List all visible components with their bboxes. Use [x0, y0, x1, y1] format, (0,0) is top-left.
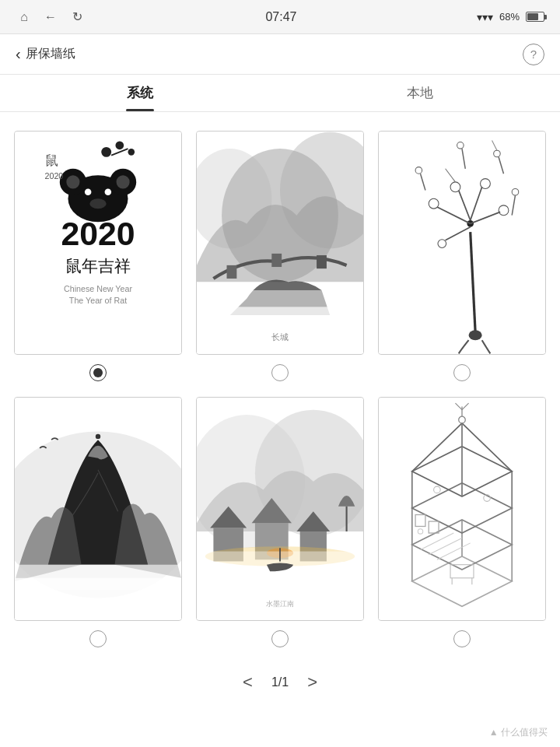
page-indicator: 1/1 — [271, 675, 289, 689]
status-right-icons: ▾▾▾ 68% — [477, 11, 544, 23]
svg-rect-23 — [227, 265, 237, 279]
svg-point-11 — [105, 188, 112, 195]
prev-page-button[interactable]: < — [243, 672, 253, 693]
svg-text:2020: 2020 — [61, 215, 135, 252]
back-chevron-icon: ‹ — [16, 45, 21, 63]
wallpaper-item-2[interactable]: 长城 — [196, 131, 364, 381]
help-button[interactable]: ? — [523, 44, 544, 65]
battery-icon — [526, 12, 544, 22]
svg-rect-27 — [197, 307, 363, 353]
watermark: ▲ 什么值得买 — [489, 726, 548, 739]
wallpaper-card-4[interactable] — [14, 397, 182, 621]
wallpaper-item-3[interactable] — [378, 131, 546, 381]
radio-btn-5[interactable] — [271, 630, 289, 647]
wallpaper-item-4[interactable] — [14, 397, 182, 647]
tab-local[interactable]: 本地 — [280, 75, 560, 111]
radio-btn-3[interactable] — [453, 364, 471, 381]
next-page-button[interactable]: > — [307, 672, 317, 693]
status-left-icons: ⌂ ← ↻ — [16, 9, 86, 26]
svg-text:水墨江南: 水墨江南 — [266, 600, 294, 608]
svg-point-1 — [101, 147, 111, 157]
svg-text:鼠年吉祥: 鼠年吉祥 — [65, 257, 131, 275]
radio-btn-6[interactable] — [453, 630, 471, 647]
wifi-icon: ▾▾▾ — [477, 11, 493, 23]
svg-rect-69 — [197, 573, 363, 619]
back-button[interactable]: ‹ 屏保墙纸 — [16, 45, 75, 63]
status-bar: ⌂ ← ↻ 07:47 ▾▾▾ 68% — [0, 0, 560, 34]
wallpaper-card-3[interactable] — [378, 131, 546, 355]
svg-text:鼠: 鼠 — [45, 153, 58, 168]
svg-text:2020: 2020 — [45, 171, 64, 181]
tab-bar: 系统 本地 — [0, 75, 560, 112]
svg-rect-29 — [379, 132, 545, 354]
svg-point-52 — [469, 330, 482, 340]
svg-point-10 — [85, 188, 92, 195]
svg-text:Chinese New Year: Chinese New Year — [64, 284, 132, 293]
wallpaper-grid: 2020 鼠年吉祥 鼠 2020 Chinese New Year The Ye… — [0, 112, 560, 660]
page-title: 屏保墙纸 — [26, 46, 75, 62]
wallpaper-card-5[interactable]: 水墨江南 — [196, 397, 364, 621]
refresh-icon[interactable]: ↻ — [68, 9, 86, 26]
svg-text:The Year of Rat: The Year of Rat — [69, 296, 127, 305]
svg-rect-25 — [317, 255, 327, 268]
svg-point-9 — [117, 175, 130, 188]
nav-bar: ‹ 屏保墙纸 ? — [0, 34, 560, 75]
svg-point-2 — [115, 141, 124, 149]
svg-text:长城: 长城 — [271, 332, 289, 342]
battery-percent: 68% — [499, 11, 520, 23]
svg-rect-24 — [271, 254, 282, 267]
wallpaper-item-1[interactable]: 2020 鼠年吉祥 鼠 2020 Chinese New Year The Ye… — [14, 131, 182, 381]
svg-point-12 — [89, 198, 106, 209]
radio-btn-4[interactable] — [89, 630, 107, 647]
radio-btn-2[interactable] — [271, 364, 289, 381]
back-nav-icon[interactable]: ← — [42, 9, 59, 26]
wallpaper-card-1[interactable]: 2020 鼠年吉祥 鼠 2020 Chinese New Year The Ye… — [14, 131, 182, 355]
svg-point-8 — [66, 175, 79, 188]
home-icon[interactable]: ⌂ — [16, 9, 33, 26]
svg-rect-56 — [15, 578, 181, 620]
question-mark-icon: ? — [530, 47, 537, 61]
wallpaper-item-5[interactable]: 水墨江南 — [196, 397, 364, 647]
svg-point-57 — [96, 434, 100, 439]
wallpaper-item-6[interactable] — [378, 397, 546, 647]
pagination: < 1/1 > — [0, 660, 560, 700]
svg-point-3 — [128, 149, 135, 156]
tab-system[interactable]: 系统 — [0, 75, 280, 111]
status-time: 07:47 — [265, 10, 296, 24]
radio-btn-1[interactable] — [89, 364, 107, 381]
wallpaper-card-6[interactable] — [378, 397, 546, 621]
wallpaper-card-2[interactable]: 长城 — [196, 131, 364, 355]
